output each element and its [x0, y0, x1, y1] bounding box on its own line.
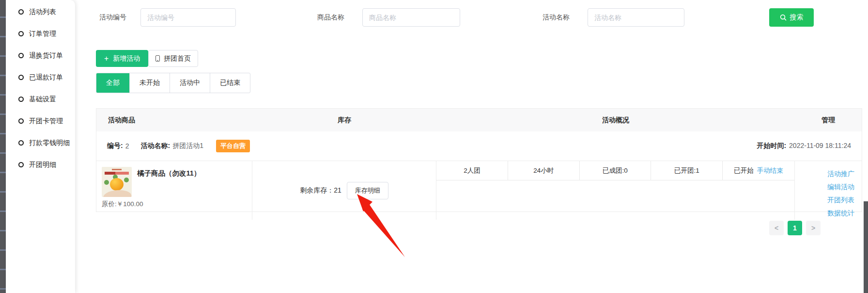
manual-end-link[interactable]: 手动结束: [757, 166, 783, 175]
table-header-row: 活动商品 库存 活动概况 管理: [96, 109, 862, 131]
activity-number-label: 编号:: [107, 142, 123, 150]
sidebar-item-group-detail[interactable]: 开团明细: [6, 154, 75, 176]
sidebar-item-refunded-orders[interactable]: 已退款订单: [6, 66, 75, 88]
right-scrollbar-strip[interactable]: [864, 201, 868, 293]
tab-all[interactable]: 全部: [96, 73, 129, 93]
group-duration: 24小时: [508, 161, 580, 180]
orange-fruit-graphic: [110, 178, 124, 191]
add-activity-label: 新增活动: [113, 54, 140, 63]
group-list-link[interactable]: 开团列表: [795, 194, 854, 207]
overview-cell: 2人团 24小时 已成团:0 已开团:1 已开始 手动结束: [436, 161, 795, 220]
start-time-value: 2022-11-09 18:11:24: [789, 142, 851, 149]
tab-in-progress[interactable]: 活动中: [170, 73, 210, 93]
sidebar-item-label: 打款零钱明细: [29, 139, 70, 147]
groups-completed: 已成团:0: [580, 161, 651, 180]
page-icon: [155, 55, 160, 62]
sidebar-item-activity-list[interactable]: 活动列表: [6, 1, 75, 23]
sidebar-item-label: 开团卡管理: [29, 117, 63, 126]
sidebar-item-payment-detail[interactable]: 打款零钱明细: [6, 132, 75, 154]
sidebar: 活动列表 订单管理 退换货订单 已退款订单 基础设置 开团卡管理 打款零钱明细: [6, 0, 75, 293]
product-price: 原价:￥100.00: [102, 200, 143, 209]
product-name-label: 商品名称: [317, 13, 344, 22]
start-time-label: 开始时间:: [757, 142, 787, 149]
circle-bullet-icon: [18, 53, 24, 58]
group-home-label: 拼团首页: [164, 54, 191, 63]
product-name-input[interactable]: [362, 8, 460, 27]
sidebar-item-return-orders[interactable]: 退换货订单: [6, 45, 75, 66]
collapsed-sidebar-strip: [0, 0, 6, 293]
stock-cell: 剩余库存：21 库存明细: [252, 161, 436, 220]
hand-graphic: [103, 189, 131, 197]
add-activity-button[interactable]: + 新增活动: [96, 50, 148, 67]
remaining-stock-text: 剩余库存：21: [300, 186, 341, 195]
prev-page-button[interactable]: <: [769, 221, 784, 235]
status-cell: 已开始 手动结束: [723, 161, 794, 180]
tab-not-started[interactable]: 未开始: [129, 73, 170, 93]
platform-badge: 平台自营: [216, 140, 250, 152]
sidebar-item-label: 退换货订单: [29, 51, 63, 60]
product-image: [102, 167, 132, 197]
overview-strip: 2人团 24小时 已成团:0 已开团:1 已开始 手动结束: [436, 161, 794, 180]
circle-bullet-icon: [18, 97, 24, 102]
header-stock: 库存: [252, 116, 436, 125]
group-home-button[interactable]: 拼团首页: [148, 50, 198, 67]
sidebar-item-order-management[interactable]: 订单管理: [6, 23, 75, 45]
header-activity-overview: 活动概况: [436, 116, 795, 125]
activity-name-label: 活动名称:: [140, 142, 170, 150]
start-time-wrap: 开始时间: 2022-11-09 18:11:24: [757, 142, 851, 150]
circle-bullet-icon: [18, 31, 24, 36]
status-tabs: 全部 未开始 活动中 已结束: [96, 73, 250, 93]
header-activity-product: 活动商品: [96, 116, 252, 125]
next-page-button[interactable]: >: [806, 221, 821, 235]
sidebar-item-label: 开团明细: [29, 161, 56, 169]
search-icon: [780, 14, 787, 21]
sidebar-item-label: 订单管理: [29, 30, 56, 38]
stock-detail-button[interactable]: 库存明细: [347, 182, 388, 199]
activity-code-label: 活动编号: [99, 13, 126, 22]
page-1-button[interactable]: 1: [788, 221, 802, 235]
activity-code-input[interactable]: [140, 8, 236, 27]
circle-bullet-icon: [18, 75, 24, 80]
activity-name-label: 活动名称: [542, 13, 570, 22]
activity-name-value: 拼团活动1: [172, 142, 203, 150]
sidebar-item-label: 活动列表: [29, 8, 56, 16]
tab-ended[interactable]: 已结束: [210, 73, 250, 93]
circle-bullet-icon: [18, 118, 24, 124]
promote-activity-link[interactable]: 活动推广: [795, 167, 854, 180]
groups-opened: 已开团:1: [651, 161, 723, 180]
sidebar-item-label: 已退款订单: [29, 73, 63, 82]
activity-name-input[interactable]: [588, 8, 684, 27]
data-statistics-link[interactable]: 数据统计: [795, 207, 854, 220]
status-text: 已开始: [734, 166, 754, 175]
group-buy-admin-page: 活动列表 订单管理 退换货订单 已退款订单 基础设置 开团卡管理 打款零钱明细: [0, 0, 868, 293]
activity-group-row: 编号: 2 活动名称: 拼团活动1 平台自营 开始时间: 2022-11-09 …: [96, 131, 862, 161]
search-button-label: 搜索: [790, 13, 804, 22]
manage-cell: 活动推广 编辑活动 开团列表 数据统计: [795, 161, 862, 220]
sidebar-item-basic-settings[interactable]: 基础设置: [6, 88, 75, 110]
plus-icon: +: [104, 55, 108, 63]
group-size: 2人团: [436, 161, 508, 180]
circle-bullet-icon: [18, 162, 24, 167]
edit-activity-link[interactable]: 编辑活动: [795, 180, 854, 194]
activity-table: 活动商品 库存 活动概况 管理 编号: 2 活动名称: 拼团活动1 平台自营 开…: [96, 108, 862, 212]
activity-row: 橘子商品（勿改11） 原价:￥100.00 剩余库存：21 库存明细 2人团: [96, 161, 862, 212]
header-manage: 管理: [795, 116, 862, 125]
product-cell: 橘子商品（勿改11） 原价:￥100.00: [96, 161, 252, 220]
sidebar-item-group-card-management[interactable]: 开团卡管理: [6, 110, 75, 132]
product-name: 橘子商品（勿改11）: [137, 169, 201, 178]
sidebar-item-label: 基础设置: [29, 95, 56, 104]
circle-bullet-icon: [18, 140, 24, 146]
search-button[interactable]: 搜索: [769, 8, 814, 27]
circle-bullet-icon: [18, 9, 24, 15]
activity-number-value: 2: [125, 142, 129, 150]
pagination: < 1 >: [769, 221, 821, 235]
